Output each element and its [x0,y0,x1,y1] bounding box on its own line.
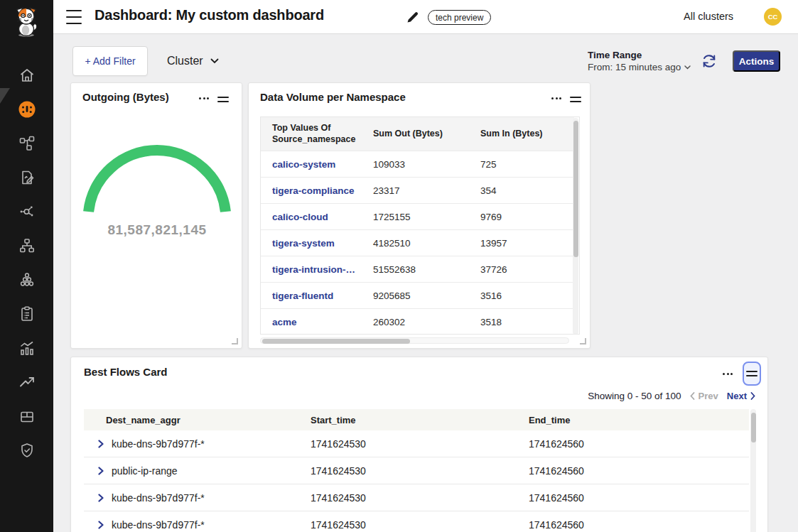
sum-in-value: 13957 [469,238,574,249]
edit-pencil-icon[interactable] [406,10,420,24]
dest-name: kube-dns-9b7d977f-* [112,492,205,504]
table-row-expandable[interactable]: kube-dns-9b7d977f-* 1741624530 174162456… [84,511,749,532]
sum-in-value: 9769 [469,212,574,222]
calico-cat-logo[interactable] [12,5,41,38]
expand-chevron-icon[interactable] [98,494,104,502]
table-row: tigera-system 4182510 13957 [261,229,574,256]
next-page-button[interactable]: Next [727,391,755,401]
namespace-link[interactable]: tigera-compliance [261,185,362,196]
user-avatar[interactable]: CC [764,8,782,26]
cluster-scope-selector[interactable]: All clusters [684,11,733,22]
service-graph-icon[interactable] [18,134,36,153]
network-hierarchy-icon[interactable] [18,237,36,255]
sum-out-value: 109033 [362,159,469,170]
best-flows-table: Dest_name_aggr Start_time End_time kube-… [84,409,749,532]
namespace-link[interactable]: calico-cloud [261,212,362,222]
dest-name: public-ip-range [112,465,178,477]
table-row-expandable[interactable]: kube-dns-9b7d977f-* 1741624530 174162456… [84,484,749,511]
drag-handle-focused[interactable] [743,362,761,386]
actions-button[interactable]: Actions [733,50,780,72]
namespace-link[interactable]: tigera-system [261,238,362,249]
reports-icon[interactable] [18,305,36,323]
tech-preview-badge: tech preview [428,10,491,25]
gauge-value: 81,587,821,145 [71,222,243,238]
drag-handle-icon[interactable] [570,94,581,105]
sum-out-value: 1725155 [362,212,469,222]
workloads-icon[interactable] [18,271,36,289]
page-title: Dashboard: My custom dashboard [95,7,324,23]
end-time: 1741624560 [529,492,749,504]
home-icon[interactable] [18,66,36,85]
sum-out-value: 4182510 [362,238,469,249]
table-row: tigera-intrusion-d… 51552638 37726 [261,256,574,282]
table-row: calico-system 109033 725 [261,151,574,177]
horizontal-scrollbar-thumb[interactable] [262,339,410,344]
drag-handle-icon[interactable] [217,94,229,105]
chevron-left-icon [690,392,695,400]
column-header-sum-out: Sum Out (Bytes) [362,129,469,140]
data-volume-card: Data Volume per Namespace Top Values Of … [248,82,591,349]
prev-page-button[interactable]: Prev [690,391,718,401]
app-root: Dashboard: My custom dashboard tech prev… [0,0,798,532]
time-range-selector[interactable]: From: 15 minutes ago [588,62,691,72]
sum-in-value: 3518 [469,317,574,327]
card-resize-handle[interactable] [580,338,586,344]
best-flows-card: Best Flows Card Showing 0 - 50 of 100 Pr… [70,357,768,532]
prev-label: Prev [699,391,718,401]
policies-icon[interactable] [18,168,36,187]
activity-trend-icon[interactable] [18,373,36,391]
top-header: Dashboard: My custom dashboard tech prev… [53,0,798,34]
namespace-link[interactable]: tigera-intrusion-d… [261,264,362,275]
refresh-icon[interactable] [701,53,718,70]
more-options-icon[interactable] [198,94,210,102]
namespace-link[interactable]: tigera-fluentd [261,291,362,301]
namespace-link[interactable]: calico-system [261,159,362,170]
time-range-value: From: 15 minutes ago [588,62,681,72]
cluster-dropdown[interactable]: Cluster [167,51,219,71]
time-range-label: Time Range [588,50,691,60]
endpoints-icon[interactable] [18,202,36,221]
expand-chevron-icon[interactable] [98,521,104,529]
card-resize-handle[interactable] [232,338,238,344]
drag-handle-icon [746,368,757,379]
pagination-status: Showing 0 - 50 of 100 [588,391,681,401]
start-time: 1741624530 [311,465,529,477]
hamburger-menu-icon[interactable] [66,10,82,24]
gauge-arc [71,143,243,228]
chevron-right-icon [750,392,755,400]
column-header-start-time: Start_time [311,415,529,425]
sum-out-value: 51552638 [362,264,469,275]
data-volume-table: Top Values Of Source_namespace Sum Out (… [260,116,580,335]
security-shield-icon[interactable] [18,441,36,460]
dest-name: kube-dns-9b7d977f-* [112,438,205,450]
storage-icon[interactable] [18,407,36,425]
column-header-dest: Dest_name_aggr [84,415,311,425]
start-time: 1741624530 [311,519,529,531]
horizontal-scrollbar-track[interactable] [260,337,569,344]
table-row: tigera-compliance 23317 354 [261,177,574,203]
more-options-icon[interactable] [721,370,734,378]
time-range-control: Time Range From: 15 minutes ago [588,50,691,72]
expand-chevron-icon[interactable] [98,440,104,448]
table-header-row: Dest_name_aggr Start_time End_time [84,409,749,430]
vertical-scrollbar-thumb[interactable] [751,413,756,443]
vertical-scrollbar-thumb[interactable] [573,121,578,257]
table-row: tigera-fluentd 9205685 3516 [261,282,574,308]
dest-name: kube-dns-9b7d977f-* [112,519,205,531]
start-time: 1741624530 [311,492,529,504]
dashboard-icon-active[interactable] [18,100,36,119]
sum-in-value: 3516 [469,291,574,301]
next-label: Next [727,391,747,401]
table-header-row: Top Values Of Source_namespace Sum Out (… [261,117,574,151]
expand-chevron-icon[interactable] [98,467,104,475]
metrics-icon[interactable] [18,339,36,357]
end-time: 1741624560 [529,465,749,477]
add-filter-button[interactable]: + Add Filter [72,46,148,76]
sidebar [0,0,53,532]
namespace-link[interactable]: acme [261,317,362,327]
sum-out-value: 9205685 [362,291,469,301]
sum-in-value: 354 [469,185,574,196]
table-row-expandable[interactable]: kube-dns-9b7d977f-* 1741624530 174162456… [84,430,749,457]
more-options-icon[interactable] [550,94,563,102]
table-row-expandable[interactable]: public-ip-range 1741624530 1741624560 [84,457,749,484]
